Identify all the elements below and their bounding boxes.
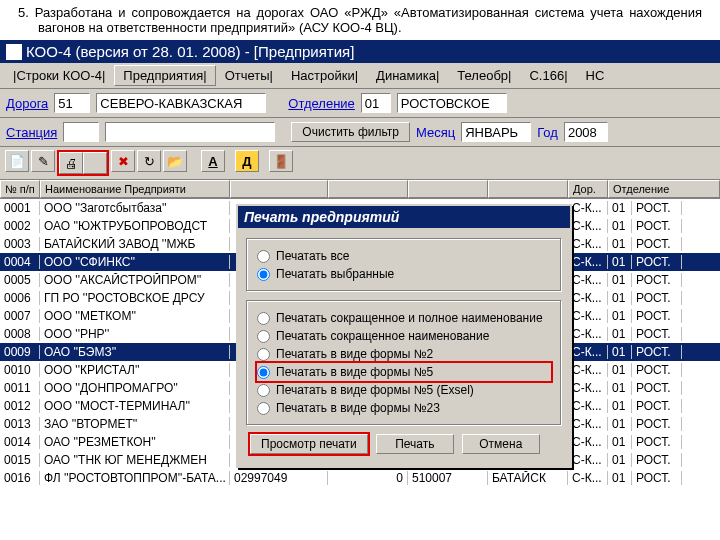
print-icon[interactable]: 🖨 xyxy=(59,152,83,174)
col-5[interactable] xyxy=(488,180,568,198)
table-row[interactable]: 0016ФЛ ''РОСТОВТОППРОМ''-БАТА...02997049… xyxy=(0,469,720,487)
menubar: |Строки КОО-4| Предприятия| Отчеты| Наст… xyxy=(0,63,720,89)
doroga-code-input[interactable] xyxy=(54,93,90,113)
group-form: Печатать сокращенное и полное наименован… xyxy=(246,300,562,426)
font-icon[interactable]: A xyxy=(201,150,225,172)
menu-predpriyatiya[interactable]: Предприятия| xyxy=(114,65,215,86)
radio-short[interactable]: Печатать сокращенное наименование xyxy=(257,327,551,345)
col-2[interactable] xyxy=(230,180,328,198)
toolbar: 📄 ✎ 🖨 ✖ ↻ 📂 A Д 🚪 xyxy=(0,147,720,180)
radio-form23[interactable]: Печатать в виде формы №23 xyxy=(257,399,551,417)
col-name[interactable]: Наименование Предприяти xyxy=(40,180,230,198)
radio-all[interactable]: Печатать все xyxy=(257,247,551,265)
col-3[interactable] xyxy=(328,180,408,198)
clear-filter-button[interactable]: Очистить фильтр xyxy=(291,122,410,142)
menu-dinamika[interactable]: Динамика| xyxy=(367,65,448,86)
stanc-code-input[interactable] xyxy=(63,122,99,142)
radio-selected[interactable]: Печатать выбранные xyxy=(257,265,551,283)
intro-text: 5. Разработана и сопровождается на дорог… xyxy=(0,0,720,40)
delete-icon[interactable]: ✖ xyxy=(111,150,135,172)
otdelenie-link[interactable]: Отделение xyxy=(288,96,355,111)
preview-button[interactable]: Просмотр печати xyxy=(250,434,368,454)
new-icon[interactable]: 📄 xyxy=(5,150,29,172)
mesyac-input[interactable] xyxy=(461,122,531,142)
radio-form5[interactable]: Печатать в виде формы №5 xyxy=(257,363,551,381)
col-otd[interactable]: Отделение xyxy=(608,180,720,198)
doroga-link[interactable]: Дорога xyxy=(6,96,48,111)
window-titlebar: КОО-4 (версия от 28. 01. 2008) - [Предпр… xyxy=(0,40,720,63)
d-button[interactable]: Д xyxy=(235,150,259,172)
filter-bar-2: Станция Очистить фильтр Месяц Год xyxy=(0,118,720,147)
col-num[interactable]: № п/п xyxy=(0,180,40,198)
exit-icon[interactable]: 🚪 xyxy=(269,150,293,172)
group-scope: Печатать все Печатать выбранные xyxy=(246,238,562,292)
menu-teleobr[interactable]: Телеобр| xyxy=(448,65,520,86)
menu-s166[interactable]: С.166| xyxy=(520,65,576,86)
radio-full-short[interactable]: Печатать сокращенное и полное наименован… xyxy=(257,309,551,327)
table-header: № п/п Наименование Предприяти Дор. Отдел… xyxy=(0,180,720,199)
stanc-name-input[interactable] xyxy=(105,122,275,142)
save-icon[interactable]: ✎ xyxy=(31,150,55,172)
menu-stroki[interactable]: |Строки КОО-4| xyxy=(4,65,114,86)
radio-form2[interactable]: Печатать в виде формы №2 xyxy=(257,345,551,363)
menu-ns[interactable]: НС xyxy=(577,65,614,86)
radio-form5-excel[interactable]: Печатать в виде формы №5 (Exsel) xyxy=(257,381,551,399)
window-title: КОО-4 (версия от 28. 01. 2008) - [Предпр… xyxy=(26,43,354,60)
god-label: Год xyxy=(537,125,558,140)
god-input[interactable] xyxy=(564,122,608,142)
doroga-name-input[interactable] xyxy=(96,93,266,113)
blank-icon[interactable] xyxy=(83,152,107,174)
mesyac-label: Месяц xyxy=(416,125,455,140)
col-dor[interactable]: Дор. xyxy=(568,180,608,198)
otd-name-input[interactable] xyxy=(397,93,507,113)
print-button[interactable]: Печать xyxy=(376,434,454,454)
app-icon xyxy=(6,44,22,60)
cancel-button[interactable]: Отмена xyxy=(462,434,540,454)
otd-code-input[interactable] xyxy=(361,93,391,113)
refresh-icon[interactable]: ↻ xyxy=(137,150,161,172)
dialog-title: Печать предприятий xyxy=(238,206,570,228)
filter-bar: Дорога Отделение xyxy=(0,89,720,118)
stanciya-link[interactable]: Станция xyxy=(6,125,57,140)
menu-nastroyki[interactable]: Настройки| xyxy=(282,65,367,86)
menu-otchety[interactable]: Отчеты| xyxy=(216,65,282,86)
col-4[interactable] xyxy=(408,180,488,198)
print-dialog: Печать предприятий Печатать все Печатать… xyxy=(236,204,572,468)
folder-icon[interactable]: 📂 xyxy=(163,150,187,172)
